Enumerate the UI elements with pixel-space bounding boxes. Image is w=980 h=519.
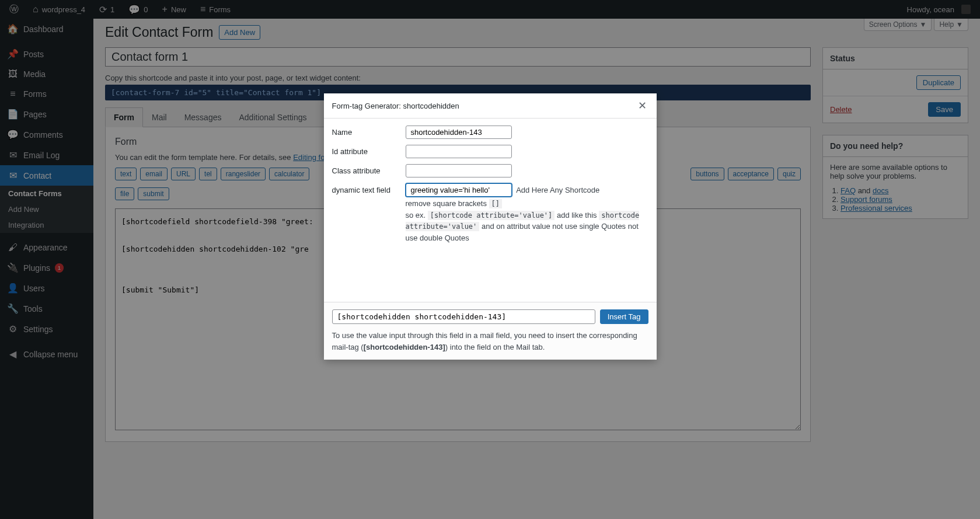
generated-tag-input[interactable] bbox=[332, 309, 595, 324]
class-label: Class attribute bbox=[332, 164, 406, 175]
hint-addhere: Add Here Any Shortcode bbox=[516, 186, 599, 194]
dynamic-label: dynamic text field bbox=[332, 183, 406, 194]
id-input[interactable] bbox=[406, 145, 512, 158]
id-label: Id attribute bbox=[332, 145, 406, 156]
formtag-modal: Form-tag Generator: shortcodehidden ✕ Na… bbox=[324, 93, 657, 360]
hint-lines: remove square brackets [] so ex. [shortc… bbox=[406, 198, 648, 243]
class-input[interactable] bbox=[406, 164, 512, 177]
name-label: Name bbox=[332, 126, 406, 137]
modal-overlay[interactable]: Form-tag Generator: shortcodehidden ✕ Na… bbox=[0, 0, 980, 519]
name-input[interactable] bbox=[406, 126, 512, 139]
modal-close-button[interactable]: ✕ bbox=[637, 99, 648, 112]
insert-tag-button[interactable]: Insert Tag bbox=[600, 309, 648, 324]
dynamic-text-input[interactable] bbox=[406, 183, 512, 197]
modal-title: Form-tag Generator: shortcodehidden bbox=[332, 102, 459, 110]
footer-note: To use the value input through this fiel… bbox=[332, 330, 648, 353]
